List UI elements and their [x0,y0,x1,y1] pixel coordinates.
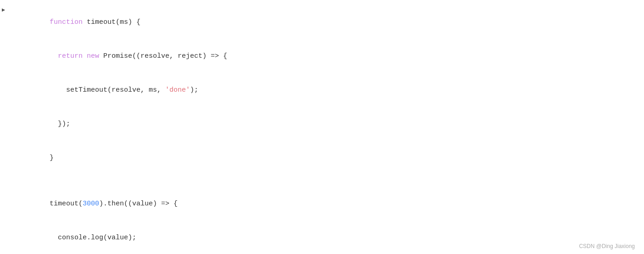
code-content-8: console.log(value); [15,221,644,254]
console-container: ▶ function timeout(ms) { return new Prom… [0,0,644,254]
code-text: timeout(ms) { [83,18,140,26]
code-line-2: return new Promise((resolve, reject) => … [0,39,644,73]
code-content-2: return new Promise((resolve, reject) => … [15,40,644,73]
code-content-4: }); [15,108,644,141]
code-content-5: } [15,142,644,175]
code-content-empty [15,176,644,187]
string-done: 'done' [165,86,190,94]
code-line-5: } [0,141,644,175]
code-line-3: setTimeout(resolve, ms, 'done'); [0,73,644,107]
code-text [83,52,87,60]
code-text: setTimeout(resolve, ms, [50,86,165,94]
code-text: } [50,154,54,162]
watermark: CSDN @Ding Jiaxiong [579,243,635,249]
expand-arrow-icon[interactable]: ▶ [2,6,5,15]
code-text: console.log(value); [50,234,136,242]
code-content-3: setTimeout(resolve, ms, 'done'); [15,74,644,107]
code-line-4: }); [0,107,644,141]
keyword-function: function [50,18,83,26]
code-content-7: timeout(3000).then((value) => { [15,188,644,221]
code-text: ).then((value) => { [99,200,178,208]
code-line-7: timeout(3000).then((value) => { [0,187,644,221]
code-content-1: function timeout(ms) { [15,6,644,39]
keyword-return: return [58,52,83,60]
code-text [50,52,58,60]
gutter-1: ▶ [0,6,15,15]
code-line-empty [0,175,644,187]
number-3000: 3000 [83,200,99,208]
code-line-8: console.log(value); [0,221,644,254]
code-line-1: ▶ function timeout(ms) { [0,6,644,39]
code-text: }); [50,120,70,128]
code-text: timeout( [50,200,83,208]
keyword-new: new [87,52,99,60]
code-text: Promise((resolve, reject) => { [99,52,227,60]
code-text: ); [190,86,198,94]
code-block: ▶ function timeout(ms) { return new Prom… [0,4,644,254]
